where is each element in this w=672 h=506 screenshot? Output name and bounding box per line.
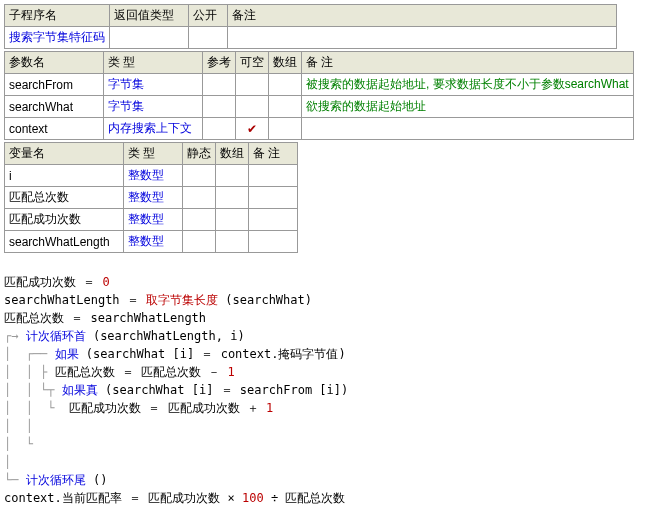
- table-row: searchFrom 字节集 被搜索的数据起始地址, 要求数据长度不小于参数se…: [5, 74, 634, 96]
- param-type[interactable]: 字节集: [108, 99, 144, 113]
- nullable-check-icon: ✔: [236, 118, 269, 140]
- param-remark: 被搜索的数据起始地址, 要求数据长度不小于参数searchWhat: [306, 77, 629, 91]
- hdr-var: 变量名: [5, 143, 124, 165]
- hdr-varr: 数组: [216, 143, 249, 165]
- pub-cell: [189, 27, 228, 49]
- subroutine-table: 子程序名 返回值类型 公开 备注 搜索字节集特征码: [4, 4, 617, 49]
- hdr-type: 类 型: [104, 52, 203, 74]
- table-row: 匹配成功次数整数型: [5, 209, 298, 231]
- hdr-rettype: 返回值类型: [110, 5, 189, 27]
- hdr-ref: 参考: [203, 52, 236, 74]
- table-row: i整数型: [5, 165, 298, 187]
- hdr-arr: 数组: [269, 52, 302, 74]
- hdr-subname: 子程序名: [5, 5, 110, 27]
- table-row: 匹配总次数整数型: [5, 187, 298, 209]
- table-row: context 内存搜索上下文 ✔: [5, 118, 634, 140]
- hdr-static: 静态: [183, 143, 216, 165]
- remark-cell: [228, 27, 617, 49]
- param-remark: 欲搜索的数据起始地址: [306, 99, 426, 113]
- table-row: 搜索字节集特征码: [5, 27, 617, 49]
- vars-table: 变量名 类 型 静态 数组 备 注 i整数型 匹配总次数整数型 匹配成功次数整数…: [4, 142, 298, 253]
- param-name: context: [5, 118, 104, 140]
- param-type[interactable]: 字节集: [108, 77, 144, 91]
- param-name: searchWhat: [5, 96, 104, 118]
- param-type[interactable]: 内存搜索上下文: [108, 121, 192, 135]
- hdr-null: 可空: [236, 52, 269, 74]
- table-row: searchWhat 字节集 欲搜索的数据起始地址: [5, 96, 634, 118]
- code-block: 匹配成功次数 ＝ 0 searchWhatLength ＝ 取字节集长度 (se…: [4, 255, 672, 506]
- hdr-vtype: 类 型: [124, 143, 183, 165]
- hdr-public: 公开: [189, 5, 228, 27]
- subroutine-name[interactable]: 搜索字节集特征码: [9, 30, 105, 44]
- ret-cell: [110, 27, 189, 49]
- param-name: searchFrom: [5, 74, 104, 96]
- hdr-param: 参数名: [5, 52, 104, 74]
- params-table: 参数名 类 型 参考 可空 数组 备 注 searchFrom 字节集 被搜索的…: [4, 51, 634, 140]
- hdr-remark2: 备 注: [302, 52, 634, 74]
- hdr-remark: 备注: [228, 5, 617, 27]
- hdr-vremark: 备 注: [249, 143, 298, 165]
- table-row: searchWhatLength整数型: [5, 231, 298, 253]
